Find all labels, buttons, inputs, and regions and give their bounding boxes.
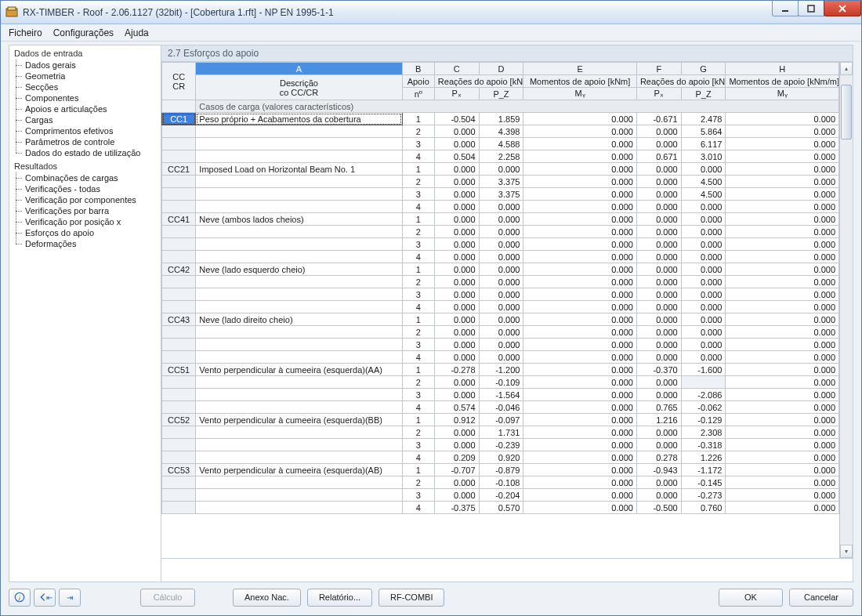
cell-description[interactable]	[196, 451, 402, 464]
row-head[interactable]	[162, 476, 196, 489]
cell[interactable]: 0.000	[434, 288, 479, 301]
row-head[interactable]	[162, 138, 196, 150]
row-head[interactable]	[162, 301, 196, 313]
cell[interactable]: 0.000	[479, 226, 523, 238]
cell[interactable]: 0.000	[434, 489, 479, 502]
cell[interactable]: 2.478	[681, 113, 726, 125]
cell[interactable]: 0.000	[434, 176, 479, 188]
cell[interactable]: 1.226	[681, 451, 726, 464]
th-px1[interactable]: Pₓ	[434, 88, 479, 100]
cell-description[interactable]: Vento perpendicular à cumeeira (esquerda…	[196, 414, 402, 426]
cell[interactable]: 0.000	[726, 364, 839, 376]
scroll-track[interactable]	[840, 75, 853, 545]
cell[interactable]: 3	[402, 188, 434, 201]
row-head[interactable]: CC43	[162, 313, 196, 326]
cell[interactable]: -0.671	[636, 113, 681, 125]
row-head[interactable]: CC42	[162, 263, 196, 276]
cell[interactable]: 0.000	[434, 339, 479, 351]
cell[interactable]: 3	[402, 389, 434, 401]
cell[interactable]: 0.000	[523, 301, 637, 313]
cell[interactable]: 0.000	[726, 451, 839, 464]
cell[interactable]: 0.000	[523, 389, 637, 401]
cell[interactable]: 0.000	[726, 301, 839, 313]
cell[interactable]: 0.000	[434, 188, 479, 201]
th-px2[interactable]: Pₓ	[636, 88, 681, 100]
cell-description[interactable]	[196, 426, 402, 439]
row-head[interactable]: CC51	[162, 364, 196, 376]
vertical-scrollbar[interactable]: ▴ ▾	[839, 62, 853, 558]
cell[interactable]: 0.000	[726, 351, 839, 364]
th-no[interactable]: nº	[402, 88, 434, 100]
cell[interactable]: 0.000	[523, 401, 637, 414]
cell[interactable]: -0.278	[434, 364, 479, 376]
th-mom-knm[interactable]: Momentos de apoio [kNm]	[523, 75, 637, 88]
cell[interactable]: 0.000	[726, 113, 839, 125]
cell[interactable]: 0.000	[681, 251, 726, 263]
cell[interactable]: -0.318	[681, 439, 726, 451]
nav-item[interactable]: Deformações	[11, 238, 161, 249]
cell[interactable]: 1	[402, 414, 434, 426]
cell[interactable]: 0.000	[434, 263, 479, 276]
cell-description[interactable]	[196, 125, 402, 138]
cell[interactable]: 3.375	[479, 176, 523, 188]
nav-item[interactable]: Combinações de cargas	[11, 172, 161, 183]
cell[interactable]: 0.000	[636, 263, 681, 276]
cell[interactable]: 0.000	[479, 201, 523, 213]
cell[interactable]: -0.097	[479, 414, 523, 426]
cell[interactable]: 0.574	[434, 401, 479, 414]
close-button[interactable]	[824, 1, 861, 16]
cell[interactable]: 3	[402, 339, 434, 351]
cell[interactable]: 0.000	[523, 288, 637, 301]
cell[interactable]: 4	[402, 301, 434, 313]
cell[interactable]: 0.000	[681, 238, 726, 251]
cell[interactable]: 0.000	[726, 163, 839, 176]
cell[interactable]: 0.278	[636, 451, 681, 464]
cell[interactable]: 0.000	[636, 201, 681, 213]
cell-description[interactable]: Neve (ambos lados cheios)	[196, 213, 402, 226]
cell[interactable]: 4	[402, 502, 434, 514]
cell[interactable]: 0.000	[523, 439, 637, 451]
cell-description[interactable]	[196, 301, 402, 313]
cell[interactable]: 1	[402, 213, 434, 226]
cell[interactable]: 6.117	[681, 138, 726, 150]
cell[interactable]: 0.000	[479, 163, 523, 176]
row-head[interactable]: CC1	[162, 113, 196, 125]
cell[interactable]: 0.000	[434, 213, 479, 226]
cell[interactable]: 0.000	[636, 351, 681, 364]
nav-item[interactable]: Apoios e articulações	[11, 103, 161, 114]
menu-file[interactable]: Ficheiro	[9, 27, 42, 38]
cell[interactable]: 1	[402, 163, 434, 176]
cell[interactable]: 0.000	[636, 188, 681, 201]
cell[interactable]: 2	[402, 476, 434, 489]
cell[interactable]: -1.564	[479, 389, 523, 401]
cell[interactable]: 0.000	[479, 313, 523, 326]
cell[interactable]: 0.000	[479, 263, 523, 276]
cell[interactable]: 0.000	[681, 276, 726, 288]
cell[interactable]: -0.145	[681, 476, 726, 489]
cell[interactable]: 2	[402, 426, 434, 439]
cell[interactable]: 0.504	[434, 150, 479, 163]
cell[interactable]: 0.000	[636, 138, 681, 150]
cell-description[interactable]: Peso próprio + Acabamentos da cobertura	[196, 113, 402, 125]
cell[interactable]: 4	[402, 150, 434, 163]
row-head[interactable]	[162, 251, 196, 263]
cell[interactable]: 0.000	[434, 351, 479, 364]
cell[interactable]: 2.258	[479, 150, 523, 163]
cell[interactable]: 0.000	[726, 288, 839, 301]
th-pz2[interactable]: P_Z	[681, 88, 726, 100]
cell[interactable]: 0.000	[523, 201, 637, 213]
cell-description[interactable]	[196, 389, 402, 401]
cell[interactable]: 2	[402, 276, 434, 288]
cell-description[interactable]	[196, 226, 402, 238]
anexo-nac-button[interactable]: Anexo Nac.	[233, 589, 301, 607]
cell[interactable]: 0.000	[479, 351, 523, 364]
th-apoio[interactable]: Apoio	[402, 75, 434, 88]
cell[interactable]: 0.000	[726, 502, 839, 514]
cell[interactable]: 0.765	[636, 401, 681, 414]
cell[interactable]: 3	[402, 288, 434, 301]
cell[interactable]: 0.000	[636, 489, 681, 502]
nav-item[interactable]: Cargas	[11, 114, 161, 125]
cell[interactable]: 4	[402, 351, 434, 364]
nav-item[interactable]: Geometria	[11, 71, 161, 82]
row-head[interactable]	[162, 150, 196, 163]
